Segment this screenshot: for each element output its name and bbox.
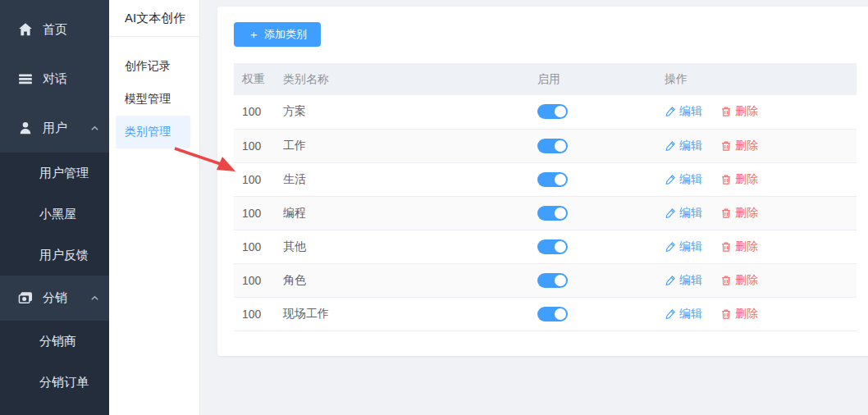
edit-button[interactable]: 编辑	[665, 273, 702, 288]
edit-button[interactable]: 编辑	[665, 239, 702, 254]
edit-button[interactable]: 编辑	[665, 104, 702, 119]
sidebar-item-label: 用户	[43, 121, 67, 136]
submenu-item-model-management[interactable]: 模型管理	[116, 83, 190, 116]
trash-icon	[720, 241, 732, 253]
enable-toggle[interactable]	[537, 206, 568, 221]
enable-toggle[interactable]	[537, 139, 568, 153]
table-row: 100现场工作编辑删除	[234, 297, 857, 331]
plus-icon: ＋	[248, 29, 259, 40]
cell-category-name: 现场工作	[275, 297, 529, 331]
pencil-icon	[665, 241, 676, 253]
pencil-icon	[665, 208, 676, 219]
delete-button[interactable]: 删除	[720, 206, 758, 221]
chevron-up-icon	[90, 124, 99, 133]
table-row: 100其他编辑删除	[234, 230, 857, 263]
edit-button[interactable]: 编辑	[665, 172, 702, 187]
cell-enabled	[529, 129, 656, 162]
cell-weight: 100	[234, 196, 275, 230]
table-row: 100工作编辑删除	[234, 129, 857, 162]
cell-weight: 100	[234, 162, 275, 196]
submenu-item-creation-records[interactable]: 创作记录	[116, 50, 190, 83]
cell-category-name: 其他	[275, 230, 529, 263]
users-submenu: 用户管理 小黑屋 用户反馈	[0, 153, 109, 276]
edit-label: 编辑	[679, 273, 702, 288]
toggle-knob	[555, 174, 566, 185]
secondary-menu: 创作记录 模型管理 类别管理	[109, 37, 199, 148]
edit-button[interactable]: 编辑	[665, 206, 702, 221]
toggle-knob	[555, 308, 566, 320]
table-row: 100方案编辑删除	[234, 95, 857, 129]
primary-sidebar: 首页 对话 用户 用户管理 小黑屋 用户反馈	[0, 0, 109, 415]
delete-button[interactable]: 删除	[720, 307, 758, 322]
add-category-button-label: 添加类别	[264, 27, 307, 42]
cell-category-name: 工作	[275, 129, 529, 162]
delete-button[interactable]: 删除	[720, 273, 758, 288]
edit-button[interactable]: 编辑	[665, 307, 702, 322]
cell-weight: 100	[234, 95, 275, 129]
sidebar-item-user-management[interactable]: 用户管理	[0, 153, 109, 194]
delete-button[interactable]: 删除	[720, 139, 758, 153]
toggle-knob	[555, 275, 566, 286]
sidebar-item-label: 对话	[43, 71, 67, 87]
cell-actions: 编辑删除	[656, 129, 857, 162]
sidebar-item-label: 小黑屋	[39, 207, 76, 222]
sidebar-item-distribution-orders[interactable]: 分销订单	[0, 362, 109, 403]
delete-label: 删除	[735, 139, 758, 153]
cell-category-name: 生活	[275, 162, 529, 196]
category-management-panel: ＋ 添加类别 权重 类别名称 启用 操作 100方案编辑删除100工作编辑删除1…	[217, 7, 868, 356]
enable-toggle[interactable]	[537, 307, 568, 322]
column-header-weight: 权重	[234, 63, 275, 95]
enable-toggle[interactable]	[537, 172, 568, 187]
cell-actions: 编辑删除	[656, 297, 857, 331]
toggle-knob	[555, 241, 566, 253]
trash-icon	[720, 140, 732, 152]
cell-enabled	[529, 263, 656, 297]
delete-button[interactable]: 删除	[720, 104, 758, 119]
edit-button[interactable]: 编辑	[665, 139, 702, 153]
sidebar-item-blackhouse[interactable]: 小黑屋	[0, 194, 109, 235]
enable-toggle[interactable]	[537, 273, 568, 288]
pencil-icon	[665, 275, 676, 286]
chat-list-icon	[18, 71, 33, 86]
sidebar-item-label: 分销订单	[39, 375, 89, 390]
toggle-knob	[555, 140, 566, 152]
delete-button[interactable]: 删除	[720, 239, 758, 254]
user-icon	[18, 121, 33, 135]
cell-category-name: 方案	[275, 95, 529, 129]
chevron-up-icon	[90, 294, 99, 303]
cell-enabled	[529, 196, 656, 230]
toggle-knob	[555, 208, 566, 219]
enable-toggle[interactable]	[537, 239, 568, 254]
enable-toggle[interactable]	[537, 104, 568, 119]
submenu-item-label: 类别管理	[125, 125, 171, 139]
sidebar-item-users[interactable]: 用户	[0, 103, 109, 153]
sidebar-item-label: 分销商	[39, 334, 76, 349]
cell-weight: 100	[234, 129, 275, 162]
delete-label: 删除	[735, 273, 758, 288]
table-header-row: 权重 类别名称 启用 操作	[234, 63, 857, 95]
distribution-icon	[18, 291, 33, 306]
cell-actions: 编辑删除	[656, 263, 857, 297]
table-row: 100编程编辑删除	[234, 196, 857, 230]
column-header-actions: 操作	[656, 63, 857, 95]
toggle-knob	[555, 106, 566, 117]
pencil-icon	[665, 106, 676, 117]
delete-button[interactable]: 删除	[720, 172, 758, 187]
secondary-sidebar-title: AI文本创作	[109, 0, 199, 37]
cell-actions: 编辑删除	[656, 95, 857, 129]
edit-label: 编辑	[679, 307, 702, 322]
sidebar-item-home[interactable]: 首页	[0, 5, 109, 54]
sidebar-item-chat[interactable]: 对话	[0, 54, 109, 103]
home-icon	[18, 22, 33, 37]
trash-icon	[720, 174, 732, 185]
pencil-icon	[665, 174, 676, 185]
sidebar-item-distributor[interactable]: 分销商	[0, 321, 109, 362]
cell-weight: 100	[234, 297, 275, 331]
cell-weight: 100	[234, 263, 275, 297]
sidebar-item-distribution[interactable]: 分销	[0, 276, 109, 321]
edit-label: 编辑	[679, 139, 702, 153]
pencil-icon	[665, 140, 676, 152]
sidebar-item-user-feedback[interactable]: 用户反馈	[0, 235, 109, 276]
add-category-button[interactable]: ＋ 添加类别	[234, 22, 321, 47]
submenu-item-category-management[interactable]: 类别管理	[116, 116, 190, 148]
